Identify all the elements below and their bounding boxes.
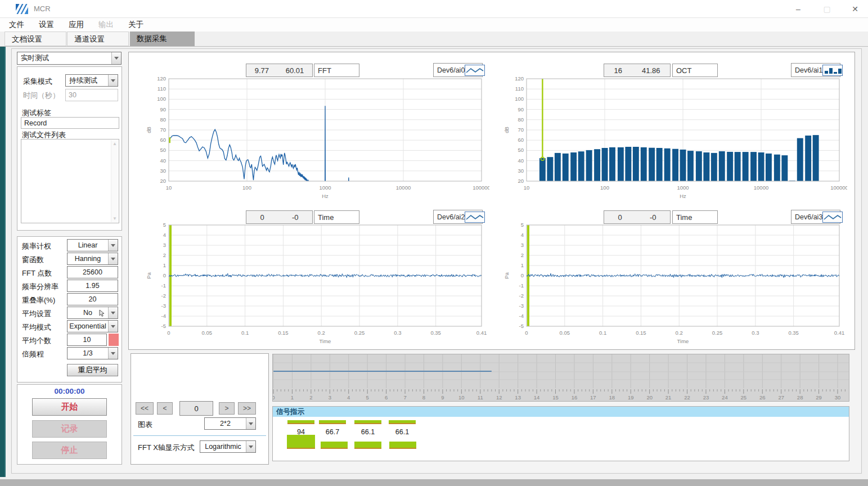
nav-last-button[interactable]: >> [238, 402, 256, 415]
svg-text:Time: Time [677, 338, 689, 344]
minimize-button[interactable]: – [790, 3, 806, 15]
setting-label: 平均模式 [22, 322, 51, 332]
restart-average-button[interactable]: 重启平均 [67, 364, 118, 376]
setting-select[interactable]: Linear [67, 239, 118, 251]
chevron-down-icon[interactable] [111, 52, 121, 64]
svg-text:0: 0 [525, 330, 528, 336]
fft-channel-box[interactable]: Dev6/ai0 [433, 63, 483, 77]
setting-input[interactable]: 1.95 [67, 280, 118, 292]
scroll-up-icon[interactable]: ▲ [113, 141, 117, 146]
fft-xaxis-select[interactable]: Logarithmic [200, 440, 256, 453]
svg-text:-5: -5 [519, 323, 524, 329]
acq-mode-select[interactable]: 持续测试 [65, 74, 118, 87]
svg-text:100: 100 [157, 96, 166, 102]
tab-channel-settings[interactable]: 通道设置 [67, 32, 129, 46]
nav-index-field[interactable]: 0 [179, 401, 213, 416]
chevron-down-icon[interactable] [246, 418, 255, 429]
svg-text:50: 50 [518, 147, 524, 153]
setting-input[interactable]: 25600 [67, 266, 118, 278]
svg-text:0.3: 0.3 [394, 330, 401, 336]
setting-select[interactable]: Hanning [67, 253, 118, 265]
svg-text:0.2: 0.2 [676, 330, 683, 336]
svg-text:20: 20 [160, 178, 166, 184]
timeline-ruler: 0123456789101112131415161718192021222324… [273, 354, 849, 401]
test-file-list[interactable]: ▲ ▼ [21, 139, 119, 223]
chevron-down-icon[interactable] [108, 253, 118, 264]
svg-text:8: 8 [422, 394, 425, 400]
signal-value-ch4: 66.1 [389, 428, 416, 436]
nav-first-button[interactable]: << [136, 402, 154, 415]
svg-text:0.3: 0.3 [752, 330, 759, 336]
svg-text:-2: -2 [519, 292, 524, 299]
signal-level-meter [321, 442, 348, 449]
setting-label: 平均个数 [22, 336, 51, 346]
close-button[interactable]: ✕ [847, 3, 863, 15]
svg-text:15: 15 [552, 394, 559, 400]
maximize-button[interactable]: ▢ [819, 3, 835, 15]
svg-text:80: 80 [160, 116, 166, 123]
chevron-down-icon[interactable] [108, 307, 118, 318]
mouse-cursor [99, 309, 106, 317]
svg-text:9: 9 [441, 394, 444, 400]
svg-text:30: 30 [160, 168, 166, 174]
chevron-down-icon[interactable] [108, 321, 118, 332]
svg-text:18: 18 [609, 394, 615, 400]
svg-text:0.25: 0.25 [712, 330, 723, 336]
oct-channel-box[interactable]: Dev6/ai1 [791, 63, 840, 77]
svg-text:25: 25 [741, 394, 747, 400]
chevron-down-icon[interactable] [108, 348, 118, 359]
record-button: 记录 [32, 420, 107, 438]
start-button[interactable]: 开始 [32, 398, 107, 416]
chevron-down-icon[interactable] [108, 240, 118, 251]
svg-text:4: 4 [347, 394, 350, 400]
menu-settings[interactable]: 设置 [39, 20, 54, 30]
test-tag-input[interactable]: Record [21, 117, 119, 129]
svg-text:16: 16 [572, 394, 578, 400]
scrollbar[interactable]: ▲ ▼ [111, 140, 118, 222]
svg-text:110: 110 [515, 86, 524, 92]
title-bar: MCR – ▢ ✕ [0, 0, 868, 18]
test-mode-select[interactable]: 实时测试 [17, 52, 122, 65]
nav-next-button[interactable]: > [219, 402, 235, 415]
chevron-down-icon[interactable] [108, 75, 118, 86]
svg-text:3: 3 [329, 394, 331, 400]
line-icon [465, 212, 485, 223]
app-logo-icon [16, 4, 28, 14]
record-timeline[interactable]: 0123456789101112131415161718192021222324… [272, 354, 849, 402]
setting-select[interactable]: 1/3 [67, 347, 118, 359]
signal-level-meter [287, 435, 315, 449]
left-accent-strip [0, 47, 6, 477]
setting-label: 频率计权 [22, 241, 51, 251]
tab-data-acquisition[interactable]: 数据采集 [130, 32, 195, 46]
svg-text:40: 40 [518, 158, 524, 164]
svg-text:0.1: 0.1 [241, 330, 249, 336]
svg-text:-4: -4 [519, 313, 524, 319]
fft-chart: 2030405060708090100110120101001000100001… [143, 76, 489, 205]
menu-about[interactable]: 关于 [128, 20, 143, 30]
svg-text:0.2: 0.2 [318, 330, 325, 336]
svg-text:0.15: 0.15 [636, 330, 646, 336]
svg-text:1: 1 [521, 262, 524, 268]
svg-text:-4: -4 [161, 313, 166, 319]
elapsed-timer: 00:00:00 [17, 387, 122, 395]
svg-text:0.05: 0.05 [560, 330, 570, 336]
svg-text:24: 24 [722, 394, 728, 400]
menu-file[interactable]: 文件 [9, 20, 24, 30]
menu-application[interactable]: 应用 [69, 20, 84, 30]
setting-select[interactable]: No [67, 307, 118, 319]
chevron-down-icon[interactable] [246, 441, 255, 452]
bar-chart-icon [822, 65, 843, 76]
tab-document-settings[interactable]: 文档设置 [5, 32, 66, 46]
scroll-down-icon[interactable]: ▼ [113, 216, 117, 221]
svg-text:100: 100 [515, 96, 524, 102]
setting-label: FFT 点数 [22, 268, 52, 278]
setting-input[interactable]: 20 [67, 293, 118, 305]
chart-layout-label: 图表 [138, 420, 152, 430]
setting-select[interactable]: Exponential [67, 320, 118, 332]
svg-text:40: 40 [160, 158, 166, 164]
setting-input[interactable]: 10 [67, 334, 107, 346]
svg-text:6: 6 [385, 394, 388, 400]
nav-prev-button[interactable]: < [157, 402, 173, 415]
svg-text:0.41: 0.41 [834, 330, 845, 336]
chart-layout-select[interactable]: 2*2 [204, 417, 256, 430]
